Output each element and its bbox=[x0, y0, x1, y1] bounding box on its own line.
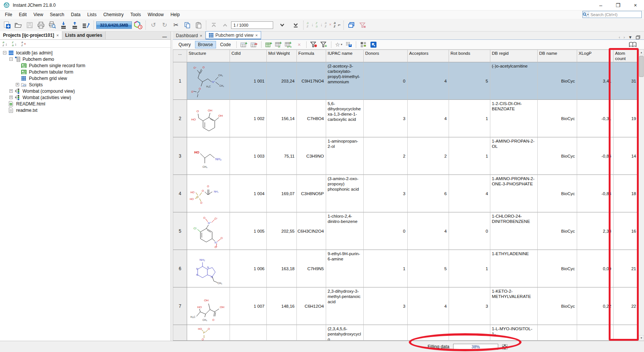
row-number[interactable]: 6 bbox=[173, 250, 187, 287]
copy-button[interactable] bbox=[182, 20, 192, 30]
menu-lists[interactable]: Lists bbox=[84, 11, 100, 18]
scroll-up-icon[interactable]: ▲ bbox=[639, 50, 644, 55]
close-icon[interactable]: × bbox=[200, 33, 202, 38]
redo-button[interactable]: ↻ bbox=[159, 20, 170, 30]
cell-acceptors[interactable]: 2 bbox=[408, 137, 449, 175]
cell-acceptors[interactable] bbox=[408, 325, 449, 341]
cell-donors[interactable]: 3 bbox=[364, 175, 408, 212]
cell-rot_bonds[interactable]: 0 bbox=[449, 212, 490, 250]
cell-db_name[interactable]: BioCyc bbox=[538, 250, 577, 287]
tree-item-pubchem-single-record-form[interactable]: Pubchem single record form bbox=[0, 62, 171, 69]
cell-rot_bonds[interactable]: 1 bbox=[449, 137, 490, 175]
row-number[interactable]: 7 bbox=[173, 287, 187, 325]
collapse-icon[interactable]: − bbox=[3, 51, 6, 54]
expand-icon[interactable]: + bbox=[9, 96, 13, 99]
tab-projects[interactable]: Projects [ijc-project101] × bbox=[0, 31, 62, 39]
tree-item-pubchem-demo[interactable]: −Pubchem demo bbox=[0, 56, 171, 62]
cell-formula[interactable]: C3H8NO5P bbox=[297, 175, 326, 212]
cell-iupac[interactable]: (3-amino-2-oxo-propoxy) phosphonic acid bbox=[326, 175, 364, 212]
browse-mode-button[interactable]: Browse bbox=[195, 41, 216, 48]
tree-item-pubchem-tabular-form[interactable]: Pubchem tabular form bbox=[0, 69, 171, 75]
menu-chemistry[interactable]: Chemistry bbox=[100, 11, 127, 18]
tree-item-readme-txt[interactable]: readme.txt bbox=[0, 107, 171, 113]
tab-list-dropdown-icon[interactable]: ▼ bbox=[628, 35, 632, 39]
cell-rot_bonds[interactable]: 5 bbox=[449, 62, 490, 100]
cell-mol_weight[interactable]: 156,14 bbox=[267, 100, 297, 137]
cell-db_name[interactable]: BioCyc bbox=[538, 212, 577, 250]
column-header-xlogp[interactable]: XLogP bbox=[577, 50, 614, 62]
new-item-button[interactable] bbox=[2, 20, 12, 30]
tab-pubchem-grid-view[interactable]: Pubchem grid view × bbox=[206, 31, 261, 39]
row-number[interactable]: 2 bbox=[173, 100, 187, 137]
cell-db_regid[interactable]: 1-AMINO-PROPAN-2-OL bbox=[490, 137, 538, 175]
add-row-button[interactable]: + bbox=[239, 41, 248, 49]
cell-xlogp[interactable]: -0,31 bbox=[577, 100, 614, 137]
cell-donors[interactable]: 2 bbox=[364, 137, 408, 175]
cell-rot_bonds[interactable]: 1 bbox=[449, 250, 490, 287]
row-number[interactable]: 4 bbox=[173, 175, 187, 212]
cell-xlogp[interactable]: 2,33 bbox=[577, 212, 614, 250]
cell-cdid[interactable]: 1 003 bbox=[230, 137, 267, 175]
column-header-structure[interactable]: Structure bbox=[187, 50, 230, 62]
column-header-rot-bonds[interactable]: Rot bonds bbox=[449, 50, 490, 62]
menu-window[interactable]: Window bbox=[144, 11, 167, 18]
cell-donors[interactable]: 1 bbox=[364, 250, 408, 287]
cell-db_name[interactable]: BioCyc bbox=[538, 100, 577, 137]
cell-xlogp[interactable]: 0,09 bbox=[577, 250, 614, 287]
grid-row[interactable]: 7H₃CHOOHOHOCH₃1 007148,16C6H12O42,3-dihy… bbox=[173, 287, 638, 325]
tree-clear-sort-button[interactable]: az× bbox=[21, 41, 27, 47]
structure-cell[interactable]: NNNNNH₂CH₃ bbox=[187, 250, 230, 287]
cell-atom_count[interactable]: 21 bbox=[614, 250, 638, 287]
cell-acceptors[interactable]: 6 bbox=[408, 175, 449, 212]
structure-cell[interactable]: ClN⁺OO⁻N⁺OO⁻ bbox=[187, 212, 230, 250]
print-preview-button[interactable] bbox=[47, 20, 57, 30]
cell-acceptors[interactable]: 4 bbox=[408, 287, 449, 325]
cell-rot_bonds[interactable] bbox=[449, 325, 490, 341]
cell-rot_bonds[interactable]: 1 bbox=[449, 100, 490, 137]
column-header-mol-weight[interactable]: Mol Weight bbox=[267, 50, 297, 62]
cell-mol_weight[interactable]: 75,11 bbox=[267, 137, 297, 175]
grid-row-partial[interactable]: HOPOO(2,3,4,5,6-pentahydroxycyclo1-L-MYO… bbox=[173, 325, 638, 341]
cell-cdid[interactable]: 1 001 bbox=[230, 62, 267, 100]
import-button[interactable] bbox=[58, 20, 69, 30]
scrollbar-thumb[interactable] bbox=[639, 56, 644, 77]
cell-rot_bonds[interactable]: 4 bbox=[449, 175, 490, 212]
column-header-cdid[interactable]: CdId bbox=[230, 50, 267, 62]
structure-cell[interactable]: H₃CHOOHOHOCH₃ bbox=[187, 287, 230, 325]
grid-row[interactable]: 3HONH₂CH₃1 00375,11C3H9NO1-aminopropan-2… bbox=[173, 137, 638, 175]
cell-iupac[interactable]: 9-ethyl-9H-purin-6-amine bbox=[326, 250, 364, 287]
favorites-star-button[interactable]: ☆▾ bbox=[334, 41, 343, 49]
cell-cdid[interactable]: 1 005 bbox=[230, 212, 267, 250]
open-in-new-view-button[interactable] bbox=[369, 41, 378, 49]
maximize-button[interactable]: ❐ bbox=[609, 0, 627, 11]
cell-db_regid[interactable]: 1-AMINO-PROPAN-2-ONE-3-PHOSPHATE bbox=[490, 175, 538, 212]
cell-rot_bonds[interactable]: 3 bbox=[449, 287, 490, 325]
cut-button[interactable]: ✂ bbox=[171, 20, 181, 30]
close-button[interactable]: × bbox=[627, 0, 644, 11]
menu-tools[interactable]: Tools bbox=[127, 11, 144, 18]
cell-donors[interactable] bbox=[364, 325, 408, 341]
next-record-button[interactable] bbox=[277, 20, 287, 30]
cell-mol_weight[interactable]: 163,18 bbox=[267, 250, 297, 287]
code-mode-button[interactable]: Code bbox=[217, 41, 234, 48]
cell-cdid[interactable]: 1 006 bbox=[230, 250, 267, 287]
grid-row[interactable]: 4HOHOPOOONH₂1 004169,07C3H8NO5P(3-amino-… bbox=[173, 175, 638, 212]
clear-sort-button[interactable]: az× bbox=[324, 21, 332, 29]
maximize-document-icon[interactable] bbox=[636, 35, 640, 39]
column-header-iupac-name[interactable]: IUPAC name bbox=[326, 50, 364, 62]
cell-acceptors[interactable]: 4 bbox=[408, 212, 449, 250]
cell-atom_count[interactable]: 18 bbox=[614, 175, 638, 212]
grid-row[interactable]: 6NNNNNH₂CH₃1 006163,18C7H9N59-ethyl-9H-p… bbox=[173, 250, 638, 287]
cell-db_regid[interactable]: (-)o-acetylcarnitine bbox=[490, 62, 538, 100]
undo-button[interactable]: ↺ bbox=[148, 20, 159, 30]
cell-iupac[interactable]: (2,3,4,5,6-pentahydroxycyclo bbox=[326, 325, 364, 341]
export-button[interactable] bbox=[70, 20, 80, 30]
cell-xlogp[interactable]: -0,84 bbox=[577, 137, 614, 175]
cell-iupac[interactable]: 1-aminopropan-2-ol bbox=[326, 137, 364, 175]
cell-iupac[interactable]: 1-chloro-2,4-dinitro-benzene bbox=[326, 212, 364, 250]
query-mode-button[interactable]: Query bbox=[175, 41, 194, 48]
tree-item-localdb-as-admin[interactable]: −localdb [as admin] bbox=[0, 50, 171, 56]
cell-acceptors[interactable]: 4 bbox=[408, 100, 449, 137]
cell-db_regid[interactable]: 1-ETHYLADENINE bbox=[490, 250, 538, 287]
tab-lists-and-queries[interactable]: Lists and queries bbox=[62, 31, 106, 39]
